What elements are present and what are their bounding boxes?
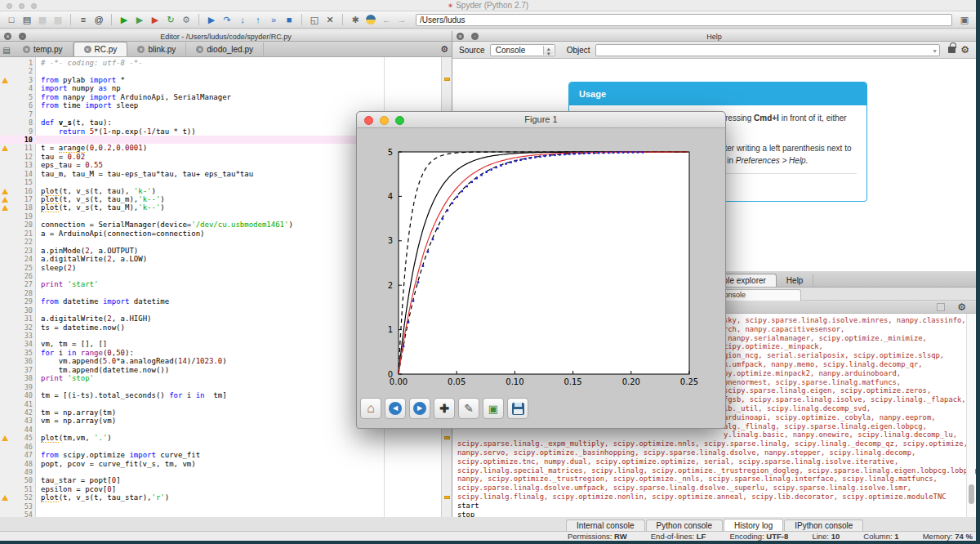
tab-file-blink-py[interactable]: ×blink.py bbox=[127, 42, 186, 56]
toolbar-separator bbox=[111, 14, 112, 25]
line-number: 52 bbox=[0, 493, 33, 502]
tab-file-rc-py[interactable]: ×RC.py bbox=[74, 42, 128, 56]
figure-window[interactable]: Figure 1 0.000.050.100.150.200.25012345 … bbox=[356, 111, 726, 429]
save-all-icon[interactable]: ▩ bbox=[51, 13, 65, 26]
code-line: 53 bbox=[0, 502, 441, 511]
code-line: 2 bbox=[0, 67, 441, 75]
line-number: 31 bbox=[0, 314, 33, 323]
continue-icon[interactable]: » bbox=[267, 13, 280, 26]
python-logo-icon[interactable] bbox=[364, 13, 377, 26]
line-number: 30 bbox=[0, 306, 33, 314]
console-line: scipy.sparse.linalg._expm_multiply, scip… bbox=[452, 439, 976, 448]
svg-text:0.00: 0.00 bbox=[390, 377, 408, 386]
lock-icon[interactable] bbox=[948, 47, 956, 53]
line-number: 6 bbox=[0, 101, 33, 109]
line-number: 33 bbox=[0, 332, 33, 340]
maximize-pane-icon[interactable]: ◱ bbox=[308, 13, 321, 26]
line-number: 32 bbox=[0, 323, 33, 332]
status-permissions: Permissions: RW bbox=[568, 532, 627, 541]
scrollbar-thumb[interactable] bbox=[969, 484, 974, 504]
line-number: 17 bbox=[0, 195, 33, 203]
run-config-icon[interactable]: ⚙ bbox=[180, 13, 193, 26]
tools-icon[interactable]: ✱ bbox=[349, 13, 362, 26]
step-into-icon[interactable]: ↓ bbox=[236, 13, 249, 26]
console-scrollbar[interactable] bbox=[966, 314, 975, 517]
nav-forward-icon[interactable]: → bbox=[395, 13, 408, 26]
save-icon[interactable]: ▦ bbox=[36, 13, 49, 26]
select-stepper-icon: ▲▼ bbox=[543, 46, 554, 55]
statusbar: Permissions: RWEnd-of-lines: LFEncoding:… bbox=[0, 531, 976, 541]
open-file-icon[interactable]: ▤ bbox=[20, 13, 33, 26]
code-line: 49 bbox=[0, 468, 441, 476]
run-cell-advance-icon[interactable]: ▶ bbox=[149, 13, 162, 26]
line-number: 16 bbox=[0, 187, 33, 195]
code-line: 50tau_star = popt[0] bbox=[0, 476, 441, 484]
tab-help[interactable]: Help bbox=[777, 274, 814, 287]
code-line: 4import numpy as np bbox=[0, 84, 441, 92]
back-icon[interactable]: ◀ bbox=[385, 398, 406, 419]
help-options-icon[interactable]: ⚙ bbox=[960, 44, 969, 56]
symbol-finder-icon[interactable]: @ bbox=[92, 13, 105, 26]
close-tab-icon[interactable]: × bbox=[23, 46, 30, 53]
working-directory-input[interactable] bbox=[416, 14, 952, 26]
code-line: 47from scipy.optimize import curve_fit bbox=[0, 451, 441, 459]
line-number: 23 bbox=[0, 247, 33, 255]
run-icon[interactable]: ▶ bbox=[118, 13, 131, 26]
new-file-icon[interactable]: □ bbox=[5, 13, 18, 26]
debug-icon[interactable]: ▶ bbox=[205, 13, 218, 26]
panes-icon[interactable]: ▣ bbox=[958, 13, 971, 26]
plot-canvas[interactable]: 0.000.050.100.150.200.25012345 bbox=[357, 128, 727, 394]
browse-tabs-icon[interactable]: ▤ bbox=[0, 43, 13, 56]
tab-file-temp-py[interactable]: ×temp.py bbox=[13, 42, 74, 56]
stop-debug-icon[interactable]: ■ bbox=[283, 13, 296, 26]
tab-ipython-console[interactable]: IPython console bbox=[784, 519, 863, 531]
forward-icon[interactable]: ▶ bbox=[409, 398, 430, 419]
line-number: 12 bbox=[0, 153, 33, 161]
file-switcher-icon[interactable]: ≡ bbox=[77, 13, 90, 26]
fullscreen-icon[interactable]: ✕ bbox=[323, 13, 336, 26]
close-tab-icon[interactable]: × bbox=[137, 46, 145, 53]
line-number: 53 bbox=[0, 502, 33, 511]
editor-options-icon[interactable]: ⚙ bbox=[440, 44, 448, 55]
run-cell-icon[interactable]: ▶ bbox=[133, 13, 146, 26]
source-select[interactable]: Console▲▼ bbox=[490, 44, 555, 56]
object-combo-input[interactable]: ▼ bbox=[595, 44, 941, 56]
tab-history-log[interactable]: History log bbox=[724, 519, 783, 531]
code-line: 1# -*- coding: utf-8 -*- bbox=[0, 59, 441, 67]
tab-python-console[interactable]: Python console bbox=[646, 519, 723, 531]
line-number: 3 bbox=[0, 76, 33, 84]
status-memory: Memory: 74 % bbox=[923, 532, 973, 541]
warning-flag-icon[interactable] bbox=[444, 496, 450, 499]
console-options-icon[interactable]: ⚙ bbox=[957, 301, 966, 313]
close-tab-icon[interactable]: × bbox=[84, 46, 91, 53]
figure-titlebar[interactable]: Figure 1 bbox=[357, 112, 725, 128]
save-icon[interactable] bbox=[507, 398, 528, 419]
svg-text:0: 0 bbox=[388, 370, 393, 379]
toolbar-separator bbox=[70, 14, 71, 25]
step-over-icon[interactable]: ↷ bbox=[220, 13, 234, 26]
code-line: 46 bbox=[0, 443, 441, 451]
svg-text:3: 3 bbox=[388, 236, 393, 245]
figure-title: Figure 1 bbox=[357, 114, 725, 124]
svg-text:0.15: 0.15 bbox=[564, 377, 581, 386]
tab-internal-console[interactable]: Internal console bbox=[566, 519, 645, 531]
status-line: Line: 10 bbox=[812, 532, 840, 541]
line-number: 18 bbox=[0, 203, 33, 212]
warning-flag-icon[interactable] bbox=[444, 436, 450, 439]
tab-file-diodo-led-py[interactable]: ×diodo_led.py bbox=[186, 42, 264, 56]
line-number: 11 bbox=[0, 144, 33, 152]
step-out-icon[interactable]: ↑ bbox=[252, 13, 265, 26]
close-tab-icon[interactable]: × bbox=[196, 46, 203, 53]
home-icon[interactable]: ⌂ bbox=[360, 398, 381, 419]
zoom-icon[interactable]: ✎ bbox=[458, 398, 479, 419]
subplots-icon[interactable]: ▣ bbox=[483, 398, 504, 419]
line-number: 28 bbox=[0, 289, 33, 297]
line-number: 49 bbox=[0, 468, 33, 476]
line-number: 35 bbox=[0, 349, 33, 357]
svg-text:4: 4 bbox=[388, 192, 393, 201]
editor-pane-titlebar: × · Editor - /Users/ludus/code/spyder/RC… bbox=[0, 31, 452, 42]
rerun-icon[interactable]: ↻ bbox=[164, 13, 177, 26]
pan-icon[interactable]: ✚ bbox=[434, 398, 455, 419]
warning-flag-icon[interactable] bbox=[444, 78, 450, 81]
nav-back-icon[interactable]: ← bbox=[380, 13, 393, 26]
